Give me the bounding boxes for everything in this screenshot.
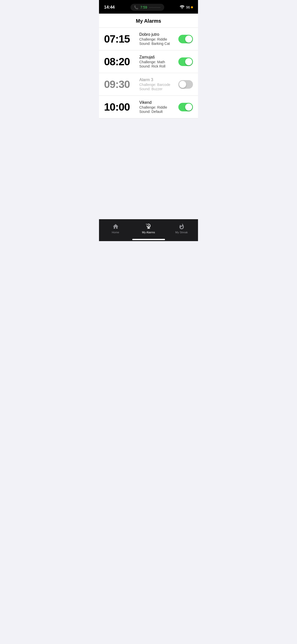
status-time: 14:44 [104,5,115,10]
battery-container: 96 [186,5,193,9]
tab-my-streak[interactable]: My Streak [165,222,198,235]
status-icons: 96 [180,5,193,10]
alarm-name-3: Alarm 3 [139,78,178,82]
alarm-info-1: Dobro jutro Challenge: Riddle Sound: Bar… [137,32,178,46]
toggle-slider-4 [178,103,193,111]
tab-bar-container: Home My Alarms My Streak [99,219,198,241]
alarm-sound-4: Sound: Default [139,110,178,114]
alarm-time-4: 10:00 [104,101,137,113]
alarm-item-4[interactable]: 10:00 Vikend Challenge: Riddle Sound: De… [99,96,198,118]
alarm-challenge-1: Challenge: Riddle [139,37,178,41]
home-icon [112,223,119,230]
alarm-list: 07:15 Dobro jutro Challenge: Riddle Soun… [99,28,198,118]
alarm-toggle-2[interactable] [178,57,193,66]
alarm-challenge-4: Challenge: Riddle [139,105,178,109]
home-indicator [132,239,165,240]
phone-icon: 📞 [134,5,138,9]
toggle-slider-2 [178,57,193,66]
wifi-icon [180,5,184,10]
alarm-time-1: 07:15 [104,33,137,45]
alarm-sound-2: Sound: Rick Roll [139,64,178,68]
alarm-challenge-3: Challenge: Barcode [139,83,178,87]
tab-home[interactable]: Home [99,222,132,235]
streak-icon [178,223,185,230]
alarm-toggle-3[interactable] [178,80,193,89]
tab-my-alarms[interactable]: My Alarms [132,222,165,235]
tab-label-home: Home [112,231,119,234]
toggle-slider-3 [178,80,193,89]
alarm-toggle-1[interactable] [178,35,193,43]
alarm-name-2: Zamujaš [139,55,178,59]
alarm-sound-1: Sound: Barking Cat [139,42,178,46]
alarm-challenge-2: Challenge: Math [139,60,178,64]
alarm-icon [145,223,152,230]
alarm-sound-3: Sound: Buzzer [139,87,178,91]
status-bar: 14:44 📞 7:59 ············ 96 [99,0,198,14]
alarm-info-3: Alarm 3 Challenge: Barcode Sound: Buzzer [137,78,178,91]
tab-label-my-streak: My Streak [175,231,188,234]
battery-dot [191,6,193,8]
alarm-item-1[interactable]: 07:15 Dobro jutro Challenge: Riddle Soun… [99,28,198,50]
tab-label-my-alarms: My Alarms [142,231,155,234]
battery-level: 96 [186,5,190,9]
page-title: My Alarms [104,18,193,24]
alarm-time-2: 08:20 [104,56,137,68]
alarm-info-2: Zamujaš Challenge: Math Sound: Rick Roll [137,55,178,68]
toggle-slider-1 [178,35,193,43]
call-pill: 📞 7:59 ············ [130,4,164,11]
tab-bar: Home My Alarms My Streak [99,219,198,237]
alarm-item-3[interactable]: 09:30 Alarm 3 Challenge: Barcode Sound: … [99,73,198,96]
alarm-name-1: Dobro jutro [139,32,178,37]
signal-dots: ············ [149,6,160,9]
alarm-name-4: Vikend [139,100,178,105]
alarm-time-3: 09:30 [104,78,137,90]
alarm-toggle-4[interactable] [178,103,193,111]
alarm-item-2[interactable]: 08:20 Zamujaš Challenge: Math Sound: Ric… [99,50,198,73]
alarm-info-4: Vikend Challenge: Riddle Sound: Default [137,100,178,114]
call-duration: 7:59 [140,5,147,9]
empty-space [99,118,198,219]
page-title-container: My Alarms [99,14,198,28]
